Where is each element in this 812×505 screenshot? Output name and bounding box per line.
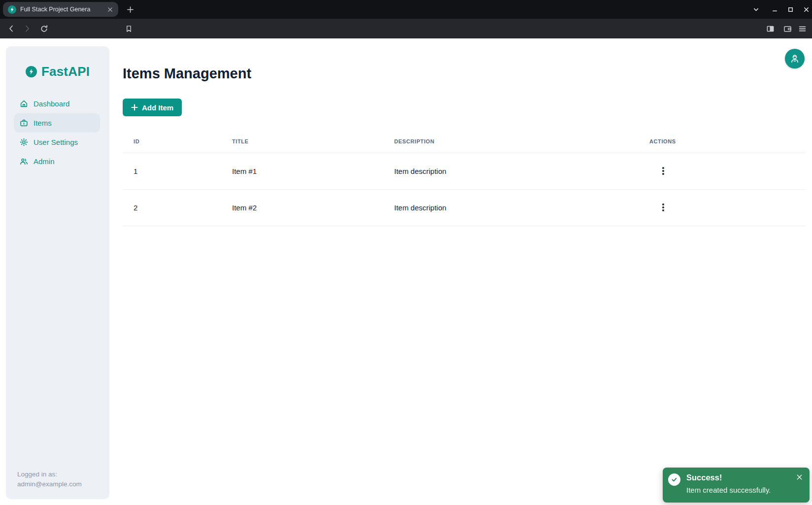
toast-message: Item created successfully. [686,486,771,494]
sidebar-item-user-settings[interactable]: User Settings [14,133,100,152]
fastapi-logo-icon [26,66,37,77]
briefcase-icon [20,119,28,127]
header-title: TITLE [232,131,394,153]
table-row: 2 Item #2 Item description [123,189,806,226]
items-table: ID TITLE DESCRIPTION ACTIONS 1 Item #1 I… [123,131,806,226]
users-icon [20,157,28,166]
toast-close-icon[interactable] [794,471,805,482]
logged-in-email: admin@example.com [17,479,82,489]
main-area: Items Management Add Item ID TITLE DESCR… [123,38,812,505]
gear-icon [20,138,28,146]
cell-id: 2 [123,189,232,226]
reload-icon[interactable] [38,23,50,34]
sidebar-item-label: Dashboard [34,100,69,108]
row-actions-menu-icon[interactable] [657,165,670,177]
logged-in-label: Logged in as: [17,470,82,479]
forward-icon[interactable] [21,23,33,34]
table-header-row: ID TITLE DESCRIPTION ACTIONS [123,131,806,153]
plus-icon [131,104,138,111]
brand: FastAPI [6,64,109,79]
add-item-label: Add Item [142,103,173,112]
cell-title: Item #1 [232,153,394,189]
tab-close-icon[interactable] [105,5,114,14]
check-circle-icon [668,473,680,486]
home-icon [20,100,28,108]
brand-name: FastAPI [41,64,90,79]
browser-titlebar: Full Stack Project Genera [0,0,812,19]
window-maximize-icon[interactable] [784,3,796,15]
cell-title: Item #2 [232,189,394,226]
add-item-button[interactable]: Add Item [123,99,182,116]
sidebar-item-label: Items [34,119,52,127]
header-id: ID [123,131,232,153]
back-icon[interactable] [5,23,17,34]
row-actions-menu-icon[interactable] [657,201,670,214]
bookmark-icon[interactable] [123,23,135,34]
wallet-icon[interactable] [781,23,793,34]
header-description: DESCRIPTION [394,131,649,153]
sidebar: FastAPI Dashboard Items User Settings Ad… [6,46,109,499]
fastapi-favicon-icon [8,5,16,14]
cell-description: Item description [394,189,649,226]
toast-title: Success! [686,473,722,482]
window-restore-down-icon[interactable] [750,3,762,15]
page-title: Items Management [123,67,812,80]
sidebar-item-admin[interactable]: Admin [14,152,100,171]
header-actions: ACTIONS [649,131,806,153]
window-minimize-icon[interactable] [769,3,780,15]
tab-title: Full Stack Project Genera [20,6,105,13]
sidebar-item-dashboard[interactable]: Dashboard [14,94,100,113]
page-content: FastAPI Dashboard Items User Settings Ad… [0,38,812,505]
sidebar-panel-icon[interactable] [764,23,776,34]
success-toast: Success! Item created successfully. [663,468,810,503]
sidebar-item-label: User Settings [34,138,78,146]
cell-description: Item description [394,153,649,189]
user-avatar-button[interactable] [785,49,805,68]
menu-hamburger-icon[interactable] [796,23,808,34]
table-row: 1 Item #1 Item description [123,153,806,189]
sidebar-footer: Logged in as: admin@example.com [17,470,82,489]
window-close-icon[interactable] [800,3,812,15]
sidebar-item-label: Admin [34,157,55,166]
browser-tab[interactable]: Full Stack Project Genera [3,2,118,17]
browser-toolbar: i localhost/items 1 [0,19,812,38]
new-tab-button[interactable] [124,3,136,15]
user-icon [789,53,800,64]
cell-id: 1 [123,153,232,189]
sidebar-item-items[interactable]: Items [14,113,100,133]
sidebar-nav: Dashboard Items User Settings Admin [6,94,109,171]
